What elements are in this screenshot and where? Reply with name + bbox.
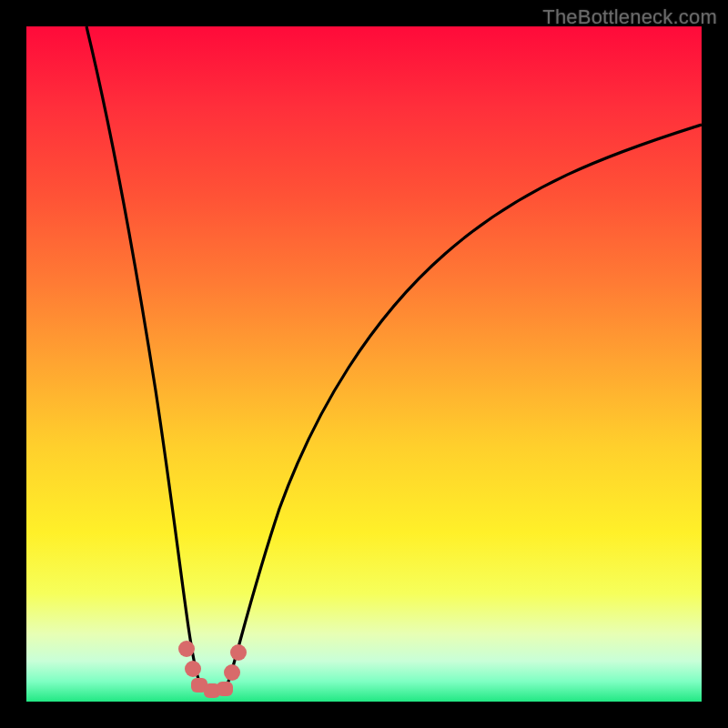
svg-point-0 xyxy=(178,641,195,657)
curve-left-branch xyxy=(86,26,199,682)
curve-layer xyxy=(26,26,702,702)
svg-point-5 xyxy=(224,664,240,681)
svg-rect-4 xyxy=(217,682,233,696)
chart-frame: TheBottleneck.com xyxy=(0,0,728,728)
plot-area xyxy=(26,26,702,702)
curve-right-branch xyxy=(228,125,702,682)
curve-floor xyxy=(199,682,228,693)
svg-rect-2 xyxy=(191,678,207,693)
svg-point-6 xyxy=(230,644,247,661)
floor-markers xyxy=(178,641,247,698)
svg-rect-3 xyxy=(204,683,220,698)
watermark-text: TheBottleneck.com xyxy=(542,5,717,29)
svg-point-1 xyxy=(185,661,201,677)
